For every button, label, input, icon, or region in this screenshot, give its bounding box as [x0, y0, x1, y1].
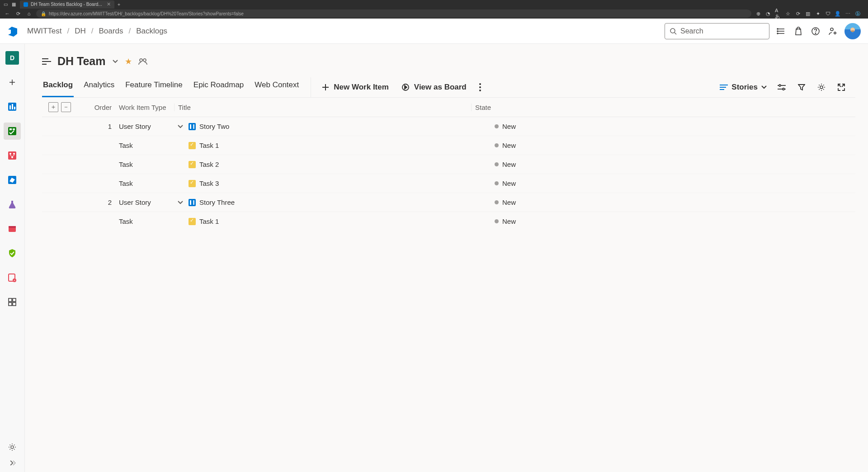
tracking-icon[interactable]: ◔ — [765, 10, 771, 17]
rail-artifacts-icon[interactable] — [4, 220, 21, 237]
svg-point-41 — [140, 59, 142, 61]
pivot-feature-timeline[interactable]: Feature Timeline — [124, 77, 184, 97]
row-expand-icon[interactable] — [178, 201, 185, 204]
rail-repos-icon[interactable] — [4, 147, 21, 164]
url-field[interactable]: 🔒 https://dev.azure.com/MWITTest/DH/_bac… — [36, 9, 751, 18]
column-header-order[interactable]: Order — [75, 104, 115, 111]
view-as-board-button[interactable]: View as Board — [401, 83, 467, 92]
rail-extension-icon[interactable] — [4, 293, 21, 311]
svg-rect-29 — [9, 226, 16, 228]
collapse-all-button[interactable]: － — [61, 102, 71, 112]
row-title[interactable]: Task 3 — [199, 179, 219, 187]
project-avatar[interactable]: D — [5, 51, 19, 65]
table-row[interactable]: TaskTask 2New — [42, 155, 855, 174]
svg-rect-20 — [8, 127, 16, 135]
workspace-icon[interactable]: ▦ — [10, 1, 17, 8]
menu-icon[interactable]: ⋯ — [844, 10, 851, 17]
row-title[interactable]: Task 1 — [199, 217, 219, 225]
rail-settings-icon[interactable] — [8, 443, 16, 451]
expand-all-button[interactable]: ＋ — [48, 102, 58, 112]
user-settings-icon[interactable] — [827, 26, 838, 37]
sync-icon[interactable]: ⟳ — [795, 10, 801, 17]
column-options-icon[interactable] — [777, 82, 787, 92]
lock-icon: 🔒 — [41, 11, 46, 16]
refresh-icon[interactable]: ⟳ — [14, 10, 22, 17]
chevron-down-icon — [761, 85, 767, 89]
team-name[interactable]: DH Team — [57, 55, 106, 68]
user-avatar[interactable] — [844, 23, 861, 39]
table-row[interactable]: TaskTask 1New — [42, 136, 855, 155]
tab-menu-icon[interactable]: ▭ — [2, 1, 9, 8]
rail-boards-icon[interactable] — [4, 123, 21, 140]
filter-icon[interactable] — [797, 82, 807, 92]
home-icon[interactable]: ⌂ — [25, 10, 33, 17]
svg-point-24 — [9, 153, 11, 155]
fullscreen-icon[interactable] — [836, 82, 846, 92]
team-dropdown-icon[interactable] — [112, 59, 118, 64]
zoom-icon[interactable]: ⊕ — [755, 10, 761, 17]
new-tab-button[interactable]: ＋ — [115, 1, 123, 8]
column-header-title[interactable]: Title — [174, 104, 471, 111]
team-members-icon[interactable] — [138, 58, 147, 65]
pivot-analytics[interactable]: Analytics — [83, 77, 115, 97]
row-state-cell: New — [471, 179, 548, 187]
marketplace-icon[interactable] — [793, 26, 804, 37]
view-as-board-label: View as Board — [414, 83, 467, 92]
column-header-state[interactable]: State — [471, 104, 548, 111]
row-title[interactable]: Task 1 — [199, 142, 219, 149]
row-title[interactable]: Task 2 — [199, 160, 219, 168]
breadcrumb-project[interactable]: DH — [75, 27, 86, 36]
favorite-star-icon[interactable]: ★ — [125, 57, 132, 66]
browser-tab[interactable]: DH Team Stories Backlog - Board... ✕ — [20, 0, 114, 9]
work-items-icon[interactable] — [776, 26, 787, 37]
breadcrumb-org[interactable]: MWITTest — [27, 27, 62, 36]
tab-close-icon[interactable]: ✕ — [107, 1, 111, 7]
shield-icon[interactable]: 🛡 — [825, 10, 831, 17]
read-icon[interactable]: Aあ — [775, 10, 781, 17]
pivot-backlog[interactable]: Backlog — [42, 77, 74, 97]
table-row[interactable]: 2User StoryStory ThreeNew — [42, 193, 855, 212]
help-icon[interactable] — [810, 26, 821, 37]
table-row[interactable]: TaskTask 3New — [42, 174, 855, 193]
row-title[interactable]: Story Two — [199, 123, 229, 130]
row-state: New — [502, 123, 516, 130]
profile-icon[interactable]: 👤 — [835, 10, 841, 17]
breadcrumb-page[interactable]: Backlogs — [136, 27, 167, 36]
azure-devops-logo-icon[interactable] — [7, 26, 18, 37]
table-row[interactable]: TaskTask 1New — [42, 212, 855, 231]
new-work-item-button[interactable]: New Work Item — [322, 83, 389, 92]
svg-rect-36 — [13, 302, 16, 306]
bing-icon[interactable]: ⓑ — [854, 10, 861, 17]
row-title[interactable]: Story Three — [199, 198, 235, 206]
svg-point-47 — [479, 86, 481, 88]
row-expand-icon[interactable] — [178, 125, 185, 128]
rail-expand-icon[interactable] — [9, 459, 16, 467]
team-picker-icon[interactable] — [42, 58, 51, 65]
search-placeholder: Search — [680, 27, 703, 35]
back-icon[interactable]: ← — [4, 10, 11, 17]
rail-retro-icon[interactable]: + — [4, 269, 21, 286]
collections-icon[interactable]: ▥ — [805, 10, 811, 17]
column-header-type[interactable]: Work Item Type — [115, 104, 174, 111]
rail-compliance-icon[interactable] — [4, 245, 21, 262]
row-title-cell: Task 2 — [174, 160, 471, 168]
rail-pipelines-icon[interactable] — [4, 171, 21, 189]
search-box[interactable]: Search — [665, 23, 769, 39]
settings-icon[interactable] — [816, 82, 826, 92]
pivot-web-context[interactable]: Web Context — [254, 77, 300, 97]
svg-point-46 — [479, 83, 481, 85]
rail-overview-icon[interactable] — [4, 98, 21, 115]
svg-rect-34 — [13, 298, 16, 302]
rail-test-plans-icon[interactable] — [4, 196, 21, 213]
table-row[interactable]: 1User StoryStory TwoNew — [42, 117, 855, 136]
breadcrumb-hub[interactable]: Boards — [99, 27, 123, 36]
backlog-level-picker[interactable]: Stories — [720, 83, 767, 92]
row-state: New — [502, 217, 516, 225]
breadcrumb-sep: / — [128, 27, 131, 36]
more-actions-icon[interactable] — [479, 83, 481, 91]
favorite-icon[interactable]: ☆ — [785, 10, 791, 17]
pivot-epic-roadmap[interactable]: Epic Roadmap — [193, 77, 245, 97]
rail-add-button[interactable] — [4, 74, 21, 91]
extensions-icon[interactable]: ✦ — [815, 10, 821, 17]
table-header: ＋ － Order Work Item Type Title State — [42, 98, 855, 117]
